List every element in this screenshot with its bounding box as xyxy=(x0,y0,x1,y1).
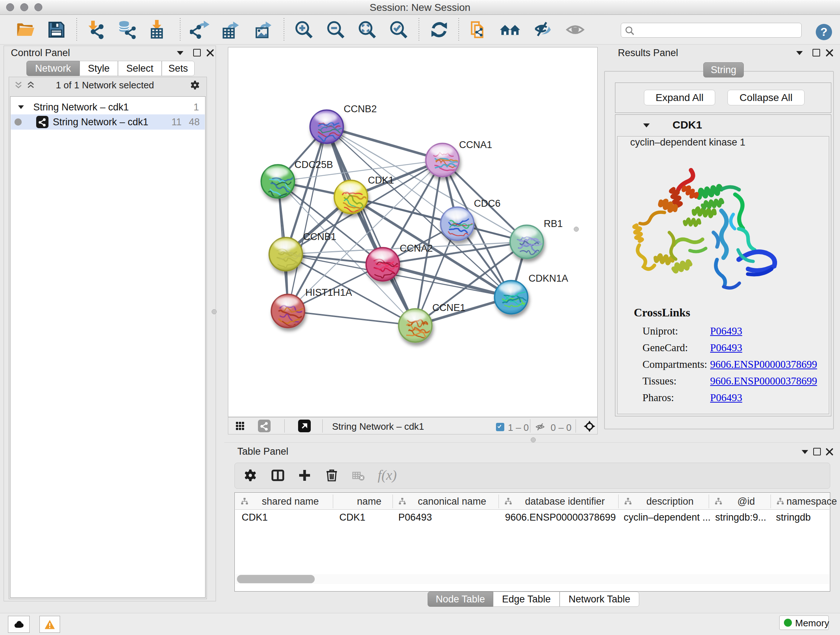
svg-text:CDK1: CDK1 xyxy=(368,175,394,186)
svg-text:CDC6: CDC6 xyxy=(474,198,501,209)
svg-text:HIST1H1A: HIST1H1A xyxy=(305,287,352,298)
svg-text:CCNA1: CCNA1 xyxy=(459,139,493,150)
svg-text:CDC25B: CDC25B xyxy=(294,159,333,170)
svg-text:CCNE1: CCNE1 xyxy=(432,302,466,313)
svg-text:RB1: RB1 xyxy=(544,218,563,229)
svg-text:CCNB1: CCNB1 xyxy=(303,231,336,242)
svg-text:CCNA2: CCNA2 xyxy=(400,243,433,254)
svg-text:CDKN1A: CDKN1A xyxy=(529,273,568,284)
svg-text:CCNB2: CCNB2 xyxy=(344,103,377,114)
